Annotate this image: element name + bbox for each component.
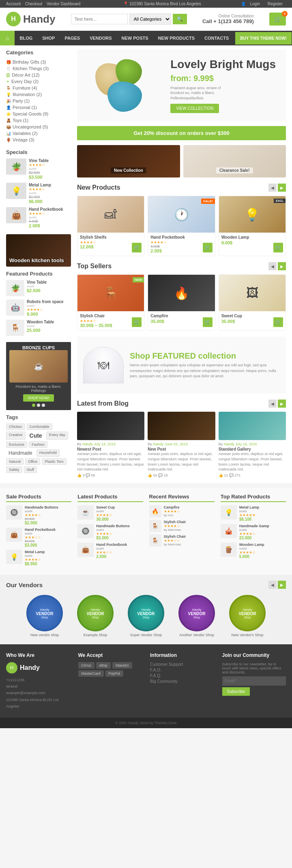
search-button[interactable]: 🔍 bbox=[173, 14, 187, 24]
list-item[interactable]: 🎉Party (1) bbox=[6, 98, 71, 104]
prev-arrow[interactable]: ◀ bbox=[268, 262, 277, 270]
category-link[interactable]: Variables (2) bbox=[13, 131, 38, 136]
blog-stats: 👍 3 💬 56 bbox=[77, 473, 144, 477]
blog-post-title[interactable]: Newest Post bbox=[77, 447, 144, 451]
tag[interactable]: Office bbox=[25, 458, 40, 465]
tag[interactable]: Exclusive bbox=[6, 441, 27, 448]
customer-support-link[interactable]: Customer Support bbox=[150, 662, 214, 667]
vendor-badge[interactable]: Handy VENDOR Shop Example Shop bbox=[73, 594, 118, 638]
tag[interactable]: Natural bbox=[6, 458, 24, 465]
list-item[interactable]: 🧸Toys (1) bbox=[6, 117, 71, 124]
view-collection-button[interactable]: VIEW COLLECTION bbox=[170, 104, 219, 113]
list-item[interactable]: ⭐Special Goods (9) bbox=[6, 111, 71, 117]
nav-shop[interactable]: Shop bbox=[37, 32, 60, 45]
vendor-badge[interactable]: Handy VENDOR Shop New Vendor's Shop bbox=[225, 594, 270, 638]
clearance-sale-banner[interactable]: Clearance Sale! bbox=[183, 145, 286, 177]
blog-post-title[interactable]: Standard Gallery bbox=[219, 447, 286, 451]
blog-post-title[interactable]: New Post bbox=[148, 447, 215, 451]
category-link[interactable]: Illumination (2) bbox=[13, 92, 42, 97]
next-arrow[interactable]: ▶ bbox=[278, 184, 286, 192]
list-item[interactable]: 🎁Birthday Gifts (3) bbox=[6, 59, 71, 65]
tag[interactable]: Every day bbox=[46, 432, 68, 440]
list-item[interactable]: 📦Uncategorized (5) bbox=[6, 124, 71, 130]
fw-product-name: Metal Lamp bbox=[239, 505, 260, 509]
fao-link[interactable]: F.A.O. bbox=[150, 668, 214, 672]
vendor-badge[interactable]: Handy VENDOR Shop Super Vendor Shop bbox=[124, 594, 168, 638]
list-item[interactable]: 🍴Kitchen Things (3) bbox=[6, 65, 71, 72]
newsletter-email-input[interactable] bbox=[222, 676, 286, 686]
dot-1[interactable] bbox=[32, 404, 35, 407]
add-to-cart-button[interactable]: 🛒 bbox=[203, 317, 213, 327]
register-link[interactable]: Register bbox=[268, 2, 283, 6]
add-to-cart-button[interactable]: 🛒 bbox=[273, 317, 283, 327]
add-to-cart-button[interactable]: 🛒 bbox=[132, 317, 142, 327]
prev-arrow[interactable]: ◀ bbox=[268, 581, 277, 589]
search-input[interactable] bbox=[71, 14, 128, 24]
next-arrow[interactable]: ▶ bbox=[278, 581, 286, 589]
shop-now-button[interactable]: SHOP NOW! bbox=[23, 394, 54, 402]
tag-cute[interactable]: Cute bbox=[27, 432, 45, 440]
nav-pages[interactable]: Pages bbox=[60, 32, 85, 45]
category-link[interactable]: Kitchen Things (3) bbox=[13, 66, 49, 71]
list-item[interactable]: ☀Every Day (2) bbox=[6, 78, 71, 85]
category-select[interactable]: All Categories bbox=[129, 13, 171, 25]
list-item[interactable]: 🏺Vintage (3) bbox=[6, 137, 71, 143]
add-to-cart-button[interactable]: 🛒 bbox=[203, 243, 213, 252]
login-link[interactable]: Login bbox=[250, 2, 260, 6]
category-link[interactable]: Personal (1) bbox=[13, 105, 37, 110]
vendor-badge[interactable]: Handy VENDOR Shop New vendor shop bbox=[22, 594, 67, 638]
account-link[interactable]: Account bbox=[6, 2, 21, 6]
tag-handmade[interactable]: Handmade bbox=[6, 449, 35, 457]
tag[interactable]: Creative bbox=[6, 432, 26, 440]
prev-arrow[interactable]: ◀ bbox=[268, 400, 277, 408]
category-link[interactable]: Toys (1) bbox=[13, 118, 28, 123]
tag[interactable]: Safety bbox=[6, 466, 22, 473]
nav-vendors[interactable]: Vendors bbox=[85, 32, 116, 45]
dot-2[interactable] bbox=[37, 404, 40, 407]
list-item[interactable]: 📊Variables (2) bbox=[6, 130, 71, 137]
list-item[interactable]: 🪑Furniture (4) bbox=[6, 85, 71, 91]
featured-product-item: 🤖 Robots from space sushi ★★★★☆ 9.000 bbox=[6, 299, 71, 316]
prev-arrow[interactable]: ◀ bbox=[268, 184, 277, 192]
nav-contacts[interactable]: Contacts bbox=[200, 32, 234, 45]
category-link[interactable]: Party (1) bbox=[13, 98, 30, 103]
wooden-kitchen-banner[interactable]: Wooden kitchen tools bbox=[6, 234, 71, 267]
nav-home-icon[interactable]: ⌂ bbox=[0, 31, 15, 45]
category-link[interactable]: Birthday Gifts (3) bbox=[13, 60, 46, 64]
information-title: Information bbox=[150, 652, 214, 658]
vendor-dashboard-link[interactable]: Vendor Dashboard bbox=[47, 2, 80, 6]
buy-theme-button[interactable]: BUY THIS THEME NOW! bbox=[235, 32, 292, 45]
list-item[interactable]: 💡Illumination (2) bbox=[6, 91, 71, 98]
tag[interactable]: Plastic Toro bbox=[42, 458, 66, 465]
nav-blog[interactable]: Blog bbox=[15, 32, 37, 45]
next-arrow[interactable]: ▶ bbox=[278, 262, 286, 270]
category-link[interactable]: Every Day (2) bbox=[11, 79, 39, 84]
checkout-link[interactable]: Checkout bbox=[25, 2, 42, 6]
add-to-cart-button[interactable]: 🛒 bbox=[132, 243, 142, 252]
tag[interactable]: Household bbox=[36, 449, 60, 457]
category-link[interactable]: Special Goods (9) bbox=[13, 111, 48, 116]
faq-link[interactable]: F.A.Q. bbox=[150, 673, 214, 678]
category-link[interactable]: Vintage (3) bbox=[13, 137, 34, 142]
nav-new-posts[interactable]: New Posts bbox=[117, 32, 153, 45]
tag[interactable]: Comfortable bbox=[27, 423, 52, 430]
new-collection-banner[interactable]: New Collection bbox=[77, 145, 180, 177]
nav-new-products[interactable]: New Products bbox=[153, 32, 200, 45]
big-community-link[interactable]: Big Community bbox=[150, 679, 214, 684]
tag[interactable]: Fashion bbox=[29, 441, 47, 448]
category-link[interactable]: Uncategorized (5) bbox=[13, 124, 48, 129]
next-arrow[interactable]: ▶ bbox=[278, 400, 286, 408]
list-item[interactable]: 🖼Décor Art (12) bbox=[6, 72, 71, 78]
subscribe-button[interactable]: Subscribe bbox=[222, 687, 250, 696]
category-link[interactable]: Furniture (4) bbox=[13, 86, 37, 90]
category-link[interactable]: Décor Art (12) bbox=[12, 73, 39, 77]
vendor-badge[interactable]: Handy VENDOR Shop Another Vendor Shop bbox=[174, 594, 219, 638]
cart-button[interactable]: 🛒 0 bbox=[269, 13, 286, 26]
list-item[interactable]: 👤Personal (1) bbox=[6, 104, 71, 111]
tag[interactable]: Stuff bbox=[24, 466, 37, 473]
logo[interactable]: H Handy bbox=[6, 12, 55, 26]
tag[interactable]: Chicken bbox=[6, 423, 25, 430]
fw-product-by: sushi bbox=[25, 554, 45, 558]
add-to-cart-button[interactable]: 🛒 bbox=[273, 243, 283, 252]
dot-3[interactable] bbox=[42, 404, 45, 407]
